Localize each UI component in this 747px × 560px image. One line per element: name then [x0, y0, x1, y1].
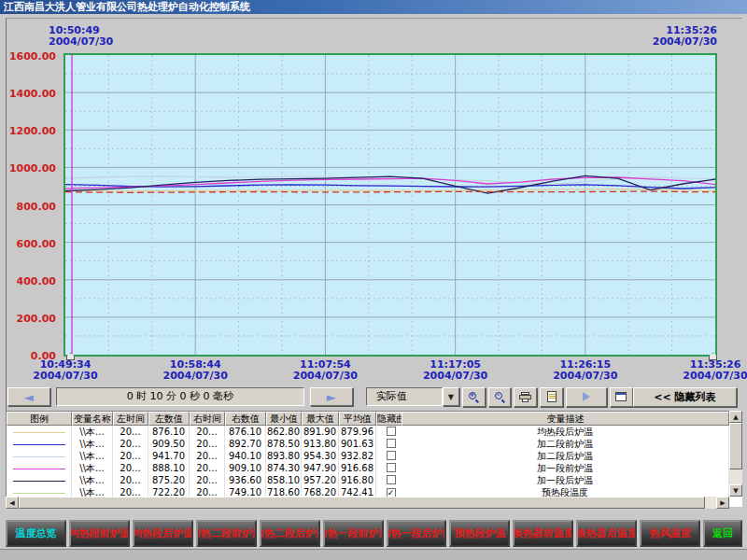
value-mode-value: 实际值: [366, 387, 443, 406]
value-mode-select[interactable]: 实际值 ▼: [366, 387, 459, 406]
table-row[interactable]: \\本...20...876.1020...876.10862.80891.90…: [7, 426, 402, 438]
value-cell: \\本...: [72, 474, 113, 486]
value-cell: 749.10: [225, 486, 266, 497]
cursor-date: 2004/07/30: [49, 36, 113, 48]
hide-curve-cell[interactable]: [376, 450, 402, 462]
column-header[interactable]: 隐藏曲线: [376, 412, 402, 426]
horizontal-scrollbar[interactable]: ◀ ▶: [6, 497, 729, 509]
table-row[interactable]: \\本...20...888.1020...909.10874.30947.90…: [7, 462, 402, 474]
table-row[interactable]: \\本...20...941.7020...940.10893.80954.30…: [7, 450, 402, 462]
nav-button-10[interactable]: 换热器后温度: [576, 520, 637, 547]
nav-button-9[interactable]: 换热器前温度: [513, 520, 573, 547]
column-header[interactable]: 最小值: [266, 412, 302, 426]
hide-curve-cell[interactable]: [376, 438, 402, 450]
window-title: 江西南昌大洪人管业有限公司热处理炉自动化控制系统: [0, 0, 747, 14]
nav-button-8[interactable]: 预热段炉温: [449, 520, 510, 547]
column-header[interactable]: 左数值: [148, 412, 190, 426]
column-header[interactable]: 最大值: [302, 412, 339, 426]
end-timestamp: 11:35:26 2004/07/30: [653, 25, 717, 48]
hide-list-button[interactable]: << 隐藏列表: [633, 387, 737, 407]
column-header[interactable]: 图例: [7, 412, 72, 426]
variable-description: 预热段温度: [402, 486, 729, 497]
variable-description: 加二段后炉温: [402, 450, 729, 462]
value-cell: 932.82: [339, 450, 376, 462]
column-header[interactable]: 右时间: [190, 412, 225, 426]
left-arrow-icon: ◄: [24, 391, 34, 403]
column-header[interactable]: 左时间: [113, 412, 148, 426]
value-cell: 876.10: [148, 426, 190, 438]
x-axis-labels: 10:49:342004/07/3010:58:442004/07/3011:0…: [63, 359, 717, 384]
x-tick-label: 11:35:262004/07/30: [683, 359, 747, 382]
vscroll-thumb[interactable]: [729, 423, 742, 469]
nav-button-2[interactable]: 均热段前炉温: [69, 520, 130, 547]
legend-cell: [7, 462, 72, 474]
variable-table: 图例变量名称左时间左数值右时间右数值最小值最大值平均值隐藏曲线\\本...20.…: [6, 411, 742, 507]
play-icon: [583, 392, 590, 401]
scroll-down-button[interactable]: ▼: [729, 484, 742, 497]
hide-curve-cell[interactable]: [376, 426, 402, 438]
column-header[interactable]: 平均值: [339, 412, 376, 426]
play-button[interactable]: [566, 387, 607, 407]
scroll-forward-button[interactable]: ►: [310, 387, 353, 406]
print-button[interactable]: [514, 387, 537, 407]
nav-button-3[interactable]: 均热段后炉温: [133, 520, 193, 547]
y-tick-label: 1000.00: [9, 162, 56, 175]
value-cell: 20...: [113, 486, 148, 497]
y-tick-label: 1400.00: [9, 88, 56, 100]
hide-curve-checkbox[interactable]: [387, 439, 396, 448]
value-cell: \\本...: [72, 486, 113, 497]
value-cell: 936.60: [225, 474, 266, 486]
hide-curve-cell[interactable]: [376, 462, 402, 474]
report-button[interactable]: [540, 387, 563, 407]
hide-curve-checkbox[interactable]: ✓: [387, 488, 396, 497]
value-cell: 954.30: [302, 450, 339, 462]
hide-curve-cell[interactable]: ✓: [376, 486, 402, 497]
table-row[interactable]: \\本...20...909.5020...892.70878.50913.80…: [7, 438, 402, 450]
chart-window-button[interactable]: [610, 387, 633, 407]
nav-button-12[interactable]: 返回: [703, 520, 742, 547]
value-cell: 20...: [190, 462, 225, 474]
table-row[interactable]: \\本...20...722.2020...749.10718.60768.20…: [7, 486, 402, 497]
value-cell: 20...: [190, 438, 225, 450]
column-header[interactable]: 变量名称: [72, 412, 113, 426]
hide-curve-cell[interactable]: [376, 474, 402, 486]
scroll-back-button[interactable]: ◄: [7, 387, 50, 406]
legend-cell: [7, 486, 72, 497]
value-cell: 916.80: [339, 474, 376, 486]
time-span-field[interactable]: 0 时 10 分 0 秒 0 毫秒: [56, 387, 304, 406]
vertical-scrollbar[interactable]: ▲ ▼: [729, 411, 742, 497]
zoom-out-icon: -: [495, 392, 505, 402]
hscroll-thumb[interactable]: [19, 497, 705, 509]
hide-curve-checkbox[interactable]: [387, 451, 396, 460]
nav-button-4[interactable]: 加热二段前炉温: [196, 520, 257, 547]
value-cell: 893.80: [266, 450, 302, 462]
hide-curve-checkbox[interactable]: [387, 463, 396, 472]
value-cell: 862.80: [266, 426, 302, 438]
zoom-in-button[interactable]: +: [462, 387, 486, 407]
value-cell: 947.90: [302, 462, 339, 474]
description-header[interactable]: 变量描述: [402, 412, 729, 426]
table-row[interactable]: \\本...20...875.2020...936.60858.10957.20…: [7, 474, 402, 486]
zoom-out-button[interactable]: -: [488, 387, 512, 407]
nav-button-5[interactable]: 加热二段后炉温: [260, 520, 320, 547]
legend-line: [13, 493, 65, 494]
y-tick-label: 800.00: [17, 201, 56, 213]
column-header[interactable]: 右数值: [225, 412, 266, 426]
value-cell: 768.20: [302, 486, 339, 497]
value-cell: 888.10: [148, 462, 190, 474]
scroll-left-button[interactable]: ◀: [6, 497, 19, 509]
value-cell: 20...: [190, 426, 225, 438]
nav-button-11[interactable]: 热风温度: [640, 520, 700, 547]
nav-button-6[interactable]: 加热一段前炉温: [323, 520, 384, 547]
hide-curve-checkbox[interactable]: [387, 427, 396, 436]
nav-button-7[interactable]: 加热一段后炉温: [387, 520, 447, 547]
hide-curve-checkbox[interactable]: [387, 475, 396, 484]
dropdown-button[interactable]: ▼: [443, 387, 459, 406]
scroll-up-button[interactable]: ▲: [729, 411, 742, 423]
trend-chart-plot[interactable]: [63, 53, 717, 357]
description-grid: 变量描述均热段后炉温加二段前炉温加二段后炉温加一段前炉温加一段后炉温预热段温度: [402, 411, 729, 497]
nav-button-1[interactable]: 温度总览: [6, 520, 66, 547]
value-cell: \\本...: [72, 462, 113, 474]
legend-line: [13, 432, 65, 433]
scroll-right-button[interactable]: ▶: [716, 497, 729, 509]
